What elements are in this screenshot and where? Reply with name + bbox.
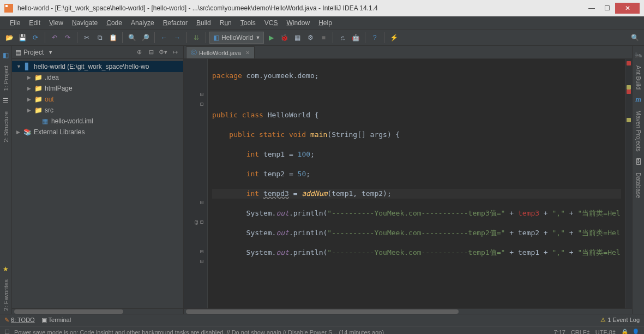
fold-icon[interactable]: ⊟ xyxy=(200,99,203,109)
vtab-ant[interactable]: Ant Build xyxy=(634,62,643,93)
tree-item-out[interactable]: ▶📁out xyxy=(12,94,183,105)
favorites-tool-icon[interactable]: ★ xyxy=(3,265,9,273)
fold-icon[interactable]: ⊟ xyxy=(200,90,203,99)
chevron-down-icon[interactable]: ▼ xyxy=(48,50,53,55)
tree-item-src[interactable]: ▶📁src xyxy=(12,105,183,116)
redo-button[interactable]: ↷ xyxy=(62,32,74,44)
project-tool-icon[interactable]: ◧ xyxy=(3,51,9,59)
lock-icon[interactable]: 🔒 xyxy=(621,329,629,334)
menu-tools[interactable]: Tools xyxy=(236,18,260,28)
todo-tool[interactable]: ✎ 6: TODO xyxy=(4,317,35,324)
vtab-favorites[interactable]: 2: Favorites xyxy=(2,276,10,314)
tree-item-htmlpage[interactable]: ▶📁htmlPage xyxy=(12,83,183,94)
extra-button[interactable]: ⚡ xyxy=(388,32,400,44)
settings-button[interactable]: ⚙▾ xyxy=(158,47,168,57)
editor-hscroll[interactable] xyxy=(184,308,632,314)
tree-item-idea[interactable]: ▶📁.idea xyxy=(12,72,183,83)
stop-button[interactable]: ■ xyxy=(317,32,329,44)
open-button[interactable]: 📂 xyxy=(3,32,15,44)
hector-icon[interactable]: 👤 xyxy=(632,329,640,334)
tree-root[interactable]: ▼ ▋ hello-world (E:\git_work_space\hello… xyxy=(12,61,183,72)
menu-run[interactable]: Run xyxy=(215,18,236,28)
maximize-button[interactable]: ☐ xyxy=(600,3,614,14)
menu-navigate[interactable]: Navigate xyxy=(68,18,102,28)
warning-marker[interactable] xyxy=(627,85,631,90)
project-header-label: Project xyxy=(23,49,44,56)
database-icon[interactable]: 🗄 xyxy=(635,158,642,166)
menu-view[interactable]: View xyxy=(45,18,68,28)
debug-button[interactable]: 🐞 xyxy=(278,32,290,44)
vtab-database[interactable]: Database xyxy=(634,169,643,201)
minimize-button[interactable]: — xyxy=(585,3,599,14)
replace-button[interactable]: 🔎 xyxy=(139,32,151,44)
menu-analyze[interactable]: Analyze xyxy=(127,18,159,28)
event-log-tool[interactable]: ⚠ 1 Event Log xyxy=(600,317,640,324)
ant-icon[interactable]: 🐜 xyxy=(634,51,642,59)
help-button[interactable]: ? xyxy=(369,32,381,44)
status-message: Power save mode is on: Code insight and … xyxy=(14,329,384,335)
fold-icon[interactable]: ⊟ xyxy=(200,217,203,227)
search-everywhere-button[interactable]: 🔍 xyxy=(629,32,641,44)
coverage-button[interactable]: ▦ xyxy=(291,32,303,44)
encoding[interactable]: UTF-8‡ xyxy=(595,329,616,335)
code-area[interactable]: ⊟ ⊟ ⊟ @ ⊟ ⊟ ⊟ package com.youmeek.demo; … xyxy=(184,59,632,308)
caret-position[interactable]: 7:17 xyxy=(553,329,565,335)
close-button[interactable]: ✕ xyxy=(615,3,640,14)
svg-rect-1 xyxy=(5,5,8,7)
terminal-tool[interactable]: ▣ Terminal xyxy=(41,317,71,324)
menu-vcs[interactable]: VCS xyxy=(260,18,282,28)
vtab-maven[interactable]: Maven Projects xyxy=(634,107,643,155)
menu-refactor[interactable]: Refactor xyxy=(159,18,192,28)
menu-help[interactable]: Help xyxy=(314,18,336,28)
maven-icon[interactable]: m xyxy=(635,96,641,104)
menu-window[interactable]: Window xyxy=(282,18,314,28)
vtab-structure[interactable]: 2: Structure xyxy=(2,108,10,146)
menu-edit[interactable]: Edit xyxy=(25,18,45,28)
close-icon[interactable]: ✕ xyxy=(245,50,250,56)
structure-tool-icon[interactable]: ☰ xyxy=(3,97,9,105)
right-tool-strip: 🐜 Ant Build m Maven Projects 🗄 Database xyxy=(632,46,644,314)
paste-button[interactable]: 📋 xyxy=(107,32,119,44)
warning-marker[interactable] xyxy=(627,118,631,122)
tree-external-libs[interactable]: ▶📚External Libraries xyxy=(12,127,183,138)
build-button[interactable]: ⇊ xyxy=(190,32,202,44)
run-config-select[interactable]: ◧ HelloWorld ▼ xyxy=(209,32,264,44)
arrow-down-icon: ▼ xyxy=(16,64,23,69)
undo-button[interactable]: ↶ xyxy=(49,32,61,44)
editor: Ⓒ HelloWorld.java ✕ ⊟ ⊟ ⊟ @ ⊟ ⊟ ⊟ packag… xyxy=(184,46,632,314)
left-tool-strip: ◧ 1: Project ☰ 2: Structure ★ 2: Favorit… xyxy=(0,46,12,314)
tab-helloworld[interactable]: Ⓒ HelloWorld.java ✕ xyxy=(186,46,255,58)
error-stripe[interactable] xyxy=(625,59,632,308)
find-button[interactable]: 🔍 xyxy=(126,32,138,44)
vcs-button[interactable]: ⎌ xyxy=(336,32,348,44)
back-button[interactable]: ← xyxy=(158,32,170,44)
status-icon[interactable]: ☐ xyxy=(4,329,10,334)
android-button[interactable]: 🤖 xyxy=(350,32,362,44)
fold-icon[interactable]: ⊟ xyxy=(200,247,203,257)
scroll-to-button[interactable]: ⊕ xyxy=(134,47,144,57)
run-button[interactable]: ▶ xyxy=(265,32,277,44)
forward-button[interactable]: → xyxy=(171,32,183,44)
error-marker[interactable] xyxy=(627,61,631,65)
editor-tabs: Ⓒ HelloWorld.java ✕ xyxy=(184,46,632,59)
project-hscroll[interactable] xyxy=(12,308,183,314)
cut-button[interactable]: ✂ xyxy=(81,32,93,44)
vtab-project[interactable]: 1: Project xyxy=(2,62,10,94)
project-panel: ▤ Project ▼ ⊕ ⊟ ⚙▾ ↦ ▼ ▋ hello-world (E:… xyxy=(12,46,184,314)
hide-button[interactable]: ↦ xyxy=(170,47,180,57)
fold-icon[interactable]: ⊟ xyxy=(200,198,203,207)
save-button[interactable]: 💾 xyxy=(16,32,28,44)
collapse-button[interactable]: ⊟ xyxy=(146,47,156,57)
menu-code[interactable]: Code xyxy=(102,18,127,28)
fold-icon[interactable]: ⊟ xyxy=(200,257,203,266)
copy-button[interactable]: ⧉ xyxy=(94,32,106,44)
sync-button[interactable]: ⟳ xyxy=(29,32,41,44)
profile-button[interactable]: ⚙ xyxy=(304,32,316,44)
tree-item-iml[interactable]: ▦hello-world.iml xyxy=(12,116,183,127)
error-marker[interactable] xyxy=(627,90,631,94)
code-body[interactable]: package com.youmeek.demo; public class H… xyxy=(208,59,625,308)
override-icon[interactable]: @ xyxy=(195,217,198,227)
line-separator[interactable]: CRLF‡ xyxy=(571,329,590,335)
menu-build[interactable]: Build xyxy=(192,18,215,28)
menu-file[interactable]: File xyxy=(5,18,25,28)
